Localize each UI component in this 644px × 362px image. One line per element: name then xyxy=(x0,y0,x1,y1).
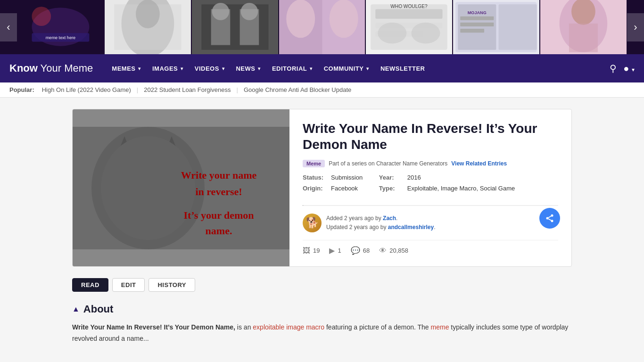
strip-image-6[interactable]: MOJANG xyxy=(453,0,539,54)
strip-image-3[interactable] xyxy=(192,0,278,54)
year-label: Year: xyxy=(379,172,407,183)
svg-point-19 xyxy=(329,0,358,38)
svg-text:WHO WOULGE?: WHO WOULGE? xyxy=(391,4,428,9)
site-logo[interactable]: Know Your Meme xyxy=(9,62,93,74)
nav-items: MEMES▾ IMAGES▾ VIDEOS▾ NEWS▾ EDITORIAL▾ … xyxy=(107,62,605,75)
strip-next-button[interactable]: › xyxy=(627,13,644,41)
series-link[interactable]: View Related Entries xyxy=(451,160,507,167)
nav-editorial[interactable]: EDITORIAL▾ xyxy=(267,62,317,75)
tab-edit[interactable]: EDIT xyxy=(112,278,145,292)
meme-stats: 🖼 19 ▶ 1 💬 68 👁 20,858 xyxy=(303,240,558,255)
year-value: 2016 xyxy=(407,172,558,183)
nav-newsletter[interactable]: NEWSLETTER xyxy=(376,62,430,75)
svg-point-53 xyxy=(546,217,549,220)
svg-point-4 xyxy=(32,7,51,26)
chevron-down-icon: ▾ xyxy=(222,66,225,71)
image-strip: ‹ meme text here xyxy=(0,0,644,54)
svg-text:Write your name: Write your name xyxy=(181,169,257,181)
meta-separator xyxy=(303,205,558,206)
video-icon: ▶ xyxy=(329,246,335,255)
strip-image-7[interactable] xyxy=(540,0,627,54)
meme-tag: Meme xyxy=(303,160,325,167)
updated-by-link[interactable]: andcallmeshirley xyxy=(388,224,434,230)
user-menu-button[interactable]: ● ▾ xyxy=(623,63,635,74)
tab-history[interactable]: HISTORY xyxy=(149,278,195,292)
svg-line-55 xyxy=(548,219,551,220)
share-button[interactable] xyxy=(539,208,560,229)
svg-text:name.: name. xyxy=(206,225,232,237)
about-section: ▲ About Write Your Name In Reverse! It’s… xyxy=(72,303,572,345)
about-paragraph: Write Your Name In Reverse! It’s Your De… xyxy=(72,322,572,345)
nav-news[interactable]: NEWS▾ xyxy=(231,62,265,75)
meme-image: Write your name in reverse! It’s your de… xyxy=(73,127,289,249)
svg-text:It’s your demon: It’s your demon xyxy=(183,209,254,221)
svg-text:MOJANG: MOJANG xyxy=(468,10,487,15)
added-text: Added 2 years ago by Zach. Updated 2 yea… xyxy=(326,214,436,232)
nav-memes[interactable]: MEMES▾ xyxy=(107,62,146,75)
chevron-down-icon: ▾ xyxy=(366,66,369,71)
svg-line-56 xyxy=(548,216,551,218)
added-by-link[interactable]: Zach xyxy=(383,215,396,222)
strip-prev-button[interactable]: ‹ xyxy=(0,13,17,41)
svg-point-54 xyxy=(551,220,553,222)
views-icon: 👁 xyxy=(379,247,387,255)
svg-rect-33 xyxy=(461,16,494,20)
svg-point-14 xyxy=(212,3,229,20)
search-button[interactable]: ⚲ xyxy=(610,63,617,74)
meme-link[interactable]: meme xyxy=(431,323,449,331)
svg-rect-34 xyxy=(461,23,494,26)
status-value: Submission xyxy=(331,172,379,183)
tab-read[interactable]: READ xyxy=(72,278,108,292)
nav-videos[interactable]: VIDEOS▾ xyxy=(190,62,230,75)
avatar: 🐕 xyxy=(303,214,322,232)
origin-label: Origin: xyxy=(303,183,331,194)
strip-images: meme text here xyxy=(17,0,627,54)
meme-card: Write your name in reverse! It’s your de… xyxy=(72,109,572,267)
about-bold-start: Write Your Name In Reverse! It’s Your De… xyxy=(72,323,235,331)
meme-meta-table: Status: Submission Year: 2016 Origin: Fa… xyxy=(303,172,558,194)
strip-image-4[interactable] xyxy=(279,0,365,54)
table-row: Status: Submission Year: 2016 xyxy=(303,172,558,183)
comments-count: 68 xyxy=(363,247,370,254)
svg-rect-47 xyxy=(73,127,289,249)
origin-value: Facebook xyxy=(331,183,379,194)
popular-link-1[interactable]: High On Life (2022 Video Game) xyxy=(42,86,131,93)
exploitable-link[interactable]: exploitable image macro xyxy=(253,323,324,331)
strip-image-2[interactable] xyxy=(105,0,191,54)
svg-point-26 xyxy=(378,23,407,44)
comment-icon: 💬 xyxy=(351,246,360,255)
strip-image-5[interactable]: WHO WOULGE? xyxy=(366,0,452,54)
chevron-down-icon: ▾ xyxy=(310,66,313,71)
nav-right: ⚲ ● ▾ xyxy=(610,63,635,74)
images-count: 19 xyxy=(313,247,320,254)
chevron-down-icon: ▾ xyxy=(138,66,141,71)
logo-normal: Your Meme xyxy=(38,62,93,74)
meme-info-side: Write Your Name In Reverse! It’s Your De… xyxy=(289,109,571,266)
svg-point-52 xyxy=(551,214,553,217)
popular-label: Popular: xyxy=(9,86,34,93)
logo-bold: Know xyxy=(9,62,38,74)
svg-point-18 xyxy=(286,0,315,38)
main-content: Write your name in reverse! It’s your de… xyxy=(63,109,581,345)
about-heading: ▲ About xyxy=(72,303,572,315)
views-stat: 👁 20,858 xyxy=(379,247,408,255)
svg-rect-31 xyxy=(499,4,537,50)
nav-community[interactable]: COMMUNITY▾ xyxy=(319,62,374,75)
popular-link-2[interactable]: 2022 Student Loan Forgiveness xyxy=(144,86,231,93)
svg-point-15 xyxy=(240,3,258,20)
added-row: 🐕 Added 2 years ago by Zach. Updated 2 y… xyxy=(303,214,558,232)
strip-image-1[interactable]: meme text here xyxy=(17,0,104,54)
nav-images[interactable]: IMAGES▾ xyxy=(148,62,188,75)
table-row: Origin: Facebook Type: Exploitable, Imag… xyxy=(303,183,558,194)
section-arrow-icon: ▲ xyxy=(72,305,80,313)
svg-point-9 xyxy=(136,0,160,28)
svg-rect-22 xyxy=(376,9,443,18)
images-stat: 🖼 19 xyxy=(303,247,320,255)
svg-rect-40 xyxy=(569,24,598,52)
videos-stat: ▶ 1 xyxy=(329,246,341,255)
status-label: Status: xyxy=(303,172,331,183)
views-count: 20,858 xyxy=(389,247,408,254)
popular-link-3[interactable]: Google Chrome Anti Ad Blocker Update xyxy=(244,86,351,93)
meme-image-side: Write your name in reverse! It’s your de… xyxy=(73,109,289,266)
meme-series-row: Meme Part of a series on Character Name … xyxy=(303,160,558,167)
